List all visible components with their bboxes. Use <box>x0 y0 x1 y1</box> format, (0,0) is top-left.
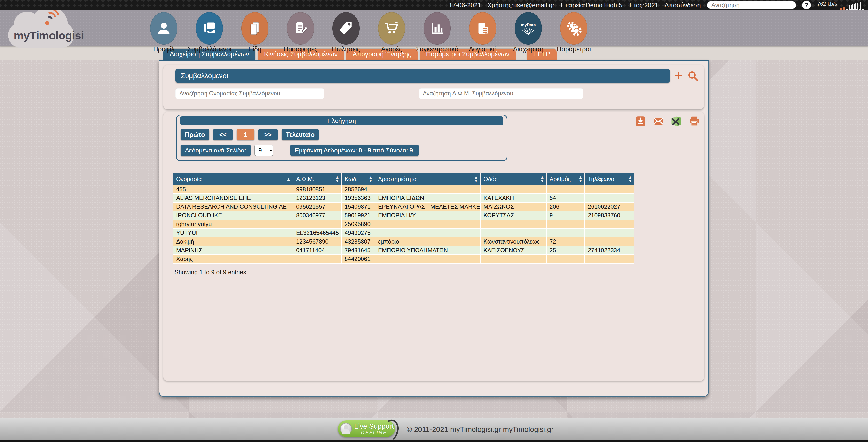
sort-arrows-icon: ▲▼ <box>540 175 544 183</box>
pagination-settings: Δεδομένα ανά Σελίδα: 9 Εμφάνιση Δεδομένω… <box>181 144 419 156</box>
nav-item-2[interactable]: Συμβαλλόμενοι <box>187 12 232 53</box>
nav-item-1[interactable]: Προφίλ <box>141 12 187 53</box>
table-cell <box>547 254 585 263</box>
nav-item-3[interactable]: Είδη <box>232 12 278 53</box>
first-page-button[interactable]: Πρώτο <box>181 129 209 140</box>
nav-item-6[interactable]: Αγορές <box>369 12 414 53</box>
nav-item-label: Προφίλ <box>153 45 175 53</box>
nav-item-label: Πωλήσεις <box>332 45 360 53</box>
table-row[interactable]: IRONCLOUD ΙΚΕ80034697759019921ΕΜΠΟΡΙΑ Η/… <box>173 211 634 220</box>
table-cell: 25095890 <box>341 220 375 229</box>
content-panel: Συμβαλλόμενοι + Πλοήγηση Πρώτο << 1 >> Τ… <box>159 60 709 397</box>
per-page-select[interactable]: 9 <box>254 144 273 156</box>
column-header-5[interactable]: Οδός▲▼ <box>480 173 547 185</box>
table-cell: 59019921 <box>341 211 375 220</box>
filter-name-input[interactable] <box>176 88 324 99</box>
table-cell: ΚΟΡΥΤΣΑΣ <box>480 211 547 220</box>
nav-item-4[interactable]: Προσφορές <box>278 12 323 53</box>
search-icon[interactable] <box>687 70 699 82</box>
table-cell: 19356363 <box>341 194 375 202</box>
table-cell: 15409871 <box>341 202 375 211</box>
next-page-button[interactable]: >> <box>258 129 278 140</box>
table-cell <box>547 185 585 194</box>
column-header-3[interactable]: Κωδ.▲▼ <box>341 173 375 185</box>
column-header-4[interactable]: Δραστηριότητα▲▼ <box>375 173 480 185</box>
purchases-cart-icon <box>378 12 405 44</box>
table-row[interactable]: Χαρης84420061 <box>173 254 634 263</box>
logout-link[interactable]: Αποσύνδεση <box>665 1 701 9</box>
table-cell: 2610622027 <box>585 202 634 211</box>
sales-tag-icon <box>333 12 360 44</box>
table-row[interactable]: ALIAS MERCHANDISE ΕΠΕ12312312319356363ΕΜ… <box>173 194 634 202</box>
table-cell: Χαρης <box>173 254 293 263</box>
table-cell: 1234567890 <box>293 237 341 246</box>
add-contact-icon[interactable]: + <box>674 68 683 83</box>
table-cell: YUTYUI <box>173 229 293 237</box>
nav-item-10[interactable]: Παράμετροι <box>551 12 597 53</box>
display-info: Εμφάνιση Δεδομένων:0 - 9 από Σύνολο:9 <box>290 144 419 156</box>
column-header-2[interactable]: Α.Φ.Μ.▲▼ <box>293 173 341 185</box>
table-cell <box>585 254 634 263</box>
logo-text: myTimologisi <box>13 29 84 42</box>
prev-page-button[interactable]: << <box>213 129 233 140</box>
table-cell: ALIAS MERCHANDISE ΕΠΕ <box>173 194 293 202</box>
column-header-7[interactable]: Τηλέφωνο▲▼ <box>585 173 634 185</box>
nav-item-9[interactable]: myDataΔιαχείριση <box>505 12 551 53</box>
topbar-year: Έτος:2021 <box>628 1 658 9</box>
current-page-button[interactable]: 1 <box>237 129 254 140</box>
filter-vat-input[interactable] <box>419 88 583 99</box>
help-icon[interactable]: ? <box>802 1 811 9</box>
footer: Live Support OFFLINE © 2011-2021 myTimol… <box>0 417 868 440</box>
table-cell <box>293 220 341 229</box>
bandwidth-label: 762 kb/s <box>817 1 837 7</box>
header-band: ΠροφίλΣυμβαλλόμενοιΕίδηΠροσφορέςΠωλήσεις… <box>0 10 868 46</box>
accounting-icon <box>469 12 496 44</box>
nav-item-label: Αγορές <box>381 45 402 53</box>
nav-item-8[interactable]: Λογιστική <box>460 12 505 53</box>
footer-bottom-strip <box>0 440 868 442</box>
table-row[interactable]: 4559981808512852694 <box>173 185 634 194</box>
table-cell: IRONCLOUD ΙΚΕ <box>173 211 293 220</box>
print-icon[interactable] <box>688 115 700 127</box>
column-header-6[interactable]: Αριθμός▲▼ <box>547 173 585 185</box>
nav-item-label: Είδη <box>248 45 261 53</box>
svg-text:myData: myData <box>521 23 536 27</box>
table-row[interactable]: YUTYUIEL3216546544549490275 <box>173 229 634 237</box>
pagination-buttons: Πρώτο << 1 >> Τελευταίο <box>181 129 319 140</box>
column-header-1[interactable]: Ονομασία▲ <box>173 173 293 185</box>
items-icon <box>241 12 269 44</box>
table-cell <box>480 220 547 229</box>
signal-bars-icon <box>840 0 864 10</box>
offers-icon <box>287 12 314 44</box>
sort-arrows-icon: ▲▼ <box>335 175 339 183</box>
mydata-icon: myData <box>515 12 542 44</box>
nav-item-5[interactable]: Πωλήσεις <box>323 12 369 53</box>
table-cell: ΜΑΡΙΝΗΣ <box>173 246 293 254</box>
contacts-table: Ονομασία▲Α.Φ.Μ.▲▼Κωδ.▲▼Δραστηριότητα▲▼Οδ… <box>173 173 634 264</box>
nav-item-label: Συγκεντρωτικά <box>416 45 459 53</box>
live-support-badge[interactable]: Live Support OFFLINE <box>338 420 395 437</box>
table-cell: Δοκιμή <box>173 237 293 246</box>
table-cell: 9 <box>547 211 585 220</box>
download-icon[interactable] <box>634 115 647 127</box>
excel-icon[interactable] <box>670 115 682 127</box>
nav-item-7[interactable]: Συγκεντρωτικά <box>414 12 460 53</box>
email-icon[interactable] <box>652 115 664 127</box>
bandwidth-meter: 762 kb/s <box>817 0 866 10</box>
table-cell: ΕΡΕΥΝΑ ΑΓΟΡΑΣ - ΜΕΛΕΤΕΣ MARKETING <box>375 202 480 211</box>
topbar-user: Χρήστης:user@email.gr <box>487 1 554 9</box>
table-row[interactable]: ΜΑΡΙΝΗΣ04171140479481645ΕΜΠΟΡΙΟ ΥΠΟΔΗΜΑΤ… <box>173 246 634 254</box>
table-cell: 43235807 <box>341 237 375 246</box>
topbar: 17-06-2021 Χρήστης:user@email.gr Εταιρεί… <box>0 0 868 10</box>
logo[interactable]: myTimologisi <box>8 6 74 52</box>
headset-icon <box>379 417 401 442</box>
table-row[interactable]: rghryturtyutyu25095890 <box>173 220 634 229</box>
last-page-button[interactable]: Τελευταίο <box>282 129 319 140</box>
global-search-input[interactable] <box>707 1 796 9</box>
table-cell: 123123123 <box>293 194 341 202</box>
table-row[interactable]: DATA RESEARCH AND CONSULTING ΑΕ095621557… <box>173 202 634 211</box>
table-cell <box>547 229 585 237</box>
export-toolbar <box>634 115 700 127</box>
table-row[interactable]: Δοκιμή123456789043235807εμπόριοΚωνσταντι… <box>173 237 634 246</box>
table-cell: 79481645 <box>341 246 375 254</box>
